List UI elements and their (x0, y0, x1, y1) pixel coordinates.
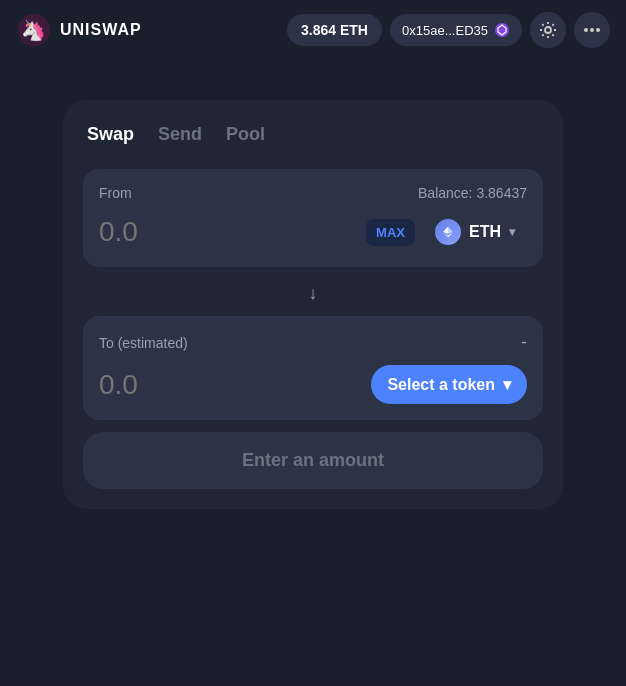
logo-text: UNISWAP (60, 21, 142, 39)
tab-send[interactable]: Send (158, 120, 202, 149)
eth-token-button[interactable]: ETH ▾ (423, 213, 527, 251)
balance-label: Balance: (418, 185, 472, 201)
to-input-box: To (estimated) - Select a token ▾ (83, 316, 543, 420)
svg-marker-9 (443, 226, 448, 234)
tabs: Swap Send Pool (83, 120, 543, 149)
dots-icon (582, 20, 602, 40)
wallet-address-pill[interactable]: 0x15ae...ED35 (390, 14, 522, 46)
to-input-row: Select a token ▾ (99, 365, 527, 404)
from-input-header: From Balance: 3.86437 (99, 185, 527, 201)
svg-point-7 (596, 28, 600, 32)
swap-card: Swap Send Pool From Balance: 3.86437 MAX (63, 100, 563, 509)
balance-display: Balance: 3.86437 (418, 185, 527, 201)
nav-pills: 3.864 ETH 0x15ae...ED35 (287, 12, 610, 48)
eth-logo-icon (441, 225, 455, 239)
wallet-address-text: 0x15ae...ED35 (402, 23, 488, 38)
gear-icon (538, 20, 558, 40)
from-input-box: From Balance: 3.86437 MAX (83, 169, 543, 267)
svg-marker-8 (448, 226, 453, 234)
tab-swap[interactable]: Swap (87, 120, 134, 149)
logo-area: 🦄 UNISWAP (16, 12, 275, 48)
header: 🦄 UNISWAP 3.864 ETH 0x15ae...ED35 (0, 0, 626, 60)
select-token-label: Select a token (387, 376, 495, 394)
enter-amount-button[interactable]: Enter an amount (83, 432, 543, 489)
balance-value: 3.86437 (476, 185, 527, 201)
svg-point-4 (545, 27, 551, 33)
settings-button[interactable] (530, 12, 566, 48)
from-label: From (99, 185, 132, 201)
svg-point-5 (584, 28, 588, 32)
polygon-icon (494, 22, 510, 38)
eth-balance-pill[interactable]: 3.864 ETH (287, 14, 382, 46)
more-options-button[interactable] (574, 12, 610, 48)
from-amount-input[interactable] (99, 216, 279, 248)
swap-direction-arrow[interactable]: ↓ (83, 271, 543, 316)
to-input-header: To (estimated) - (99, 332, 527, 353)
svg-point-6 (590, 28, 594, 32)
main-content: Swap Send Pool From Balance: 3.86437 MAX (0, 60, 626, 529)
select-token-button[interactable]: Select a token ▾ (371, 365, 527, 404)
tab-pool[interactable]: Pool (226, 120, 265, 149)
max-button[interactable]: MAX (366, 219, 415, 246)
eth-token-symbol: ETH (469, 223, 501, 241)
down-arrow-icon: ↓ (309, 283, 318, 304)
from-token-selector: MAX ETH ▾ (366, 213, 527, 251)
svg-text:🦄: 🦄 (21, 18, 46, 42)
to-dash: - (521, 332, 527, 353)
to-label: To (estimated) (99, 335, 188, 351)
to-amount-input[interactable] (99, 369, 279, 401)
eth-dropdown-chevron-icon: ▾ (509, 225, 515, 239)
from-input-row: MAX ETH ▾ (99, 213, 527, 251)
select-token-chevron-icon: ▾ (503, 375, 511, 394)
uniswap-logo-icon: 🦄 (16, 12, 52, 48)
eth-icon (435, 219, 461, 245)
